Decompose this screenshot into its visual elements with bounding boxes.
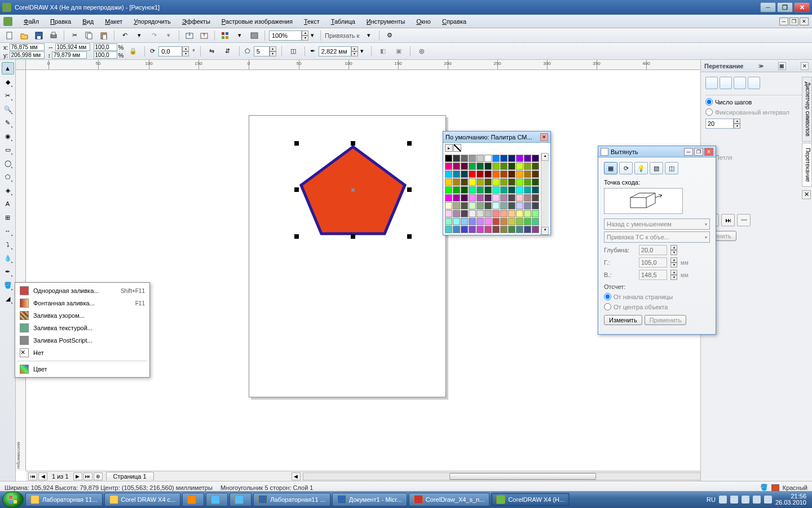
zoom-combo[interactable]: ▴▾ ▾ [269, 30, 316, 41]
tray-icon-4[interactable] [753, 496, 761, 503]
tray-clock[interactable]: 21:56 26.03.2010 [775, 493, 806, 506]
from-object-radio[interactable] [604, 303, 611, 310]
sides-input[interactable] [254, 46, 270, 56]
add-page[interactable]: ⊕ [94, 472, 103, 480]
mdi-restore[interactable]: ❐ [789, 17, 798, 25]
menu-справка[interactable]: Справка [436, 16, 472, 27]
crop-tool[interactable]: ✂ [2, 89, 14, 102]
menu-таблица[interactable]: Таблица [325, 16, 361, 27]
swatch[interactable] [500, 170, 508, 178]
wrap-text[interactable]: ◧ [377, 45, 389, 58]
color-palette-window[interactable]: По умолчанию: Палитра CM... ✕ ▸ ▴ ▾ [443, 131, 551, 235]
redo-button[interactable]: ↷ [148, 29, 160, 42]
table-tool[interactable]: ⊞ [2, 211, 14, 224]
sy-input[interactable] [94, 51, 117, 59]
swatch[interactable] [524, 218, 531, 225]
swatch[interactable] [453, 163, 460, 170]
fly-item-0[interactable]: Однородная заливка...Shift+F11 [15, 284, 149, 297]
lock-ratio[interactable]: 🔒 [127, 45, 139, 58]
eyedropper-tool[interactable]: 💧 [2, 252, 14, 264]
taskbar-item-8[interactable]: CorelDRAW X4 (H... [491, 493, 570, 506]
tray-lang[interactable]: RU [707, 496, 716, 503]
y-input[interactable] [10, 51, 45, 59]
taskbar-item-0[interactable]: Лабораторная 11... [25, 493, 103, 506]
swatch[interactable] [469, 202, 476, 209]
swatch[interactable] [508, 186, 515, 194]
rotation-input[interactable] [158, 46, 182, 56]
sx-input[interactable] [94, 43, 117, 51]
taskbar-item-4[interactable] [230, 493, 251, 506]
swatch[interactable] [524, 155, 531, 162]
paste-button[interactable] [98, 29, 110, 42]
cut-button[interactable]: ✂ [68, 29, 81, 42]
swatch[interactable] [445, 194, 452, 202]
swatch[interactable] [476, 163, 484, 170]
extrude-max[interactable]: ❐ [694, 148, 703, 156]
swatch[interactable] [500, 210, 508, 217]
swatch[interactable] [492, 163, 500, 170]
swatch[interactable] [453, 170, 460, 178]
tray-icon-2[interactable] [730, 496, 738, 503]
swatch[interactable] [484, 218, 492, 225]
swatch[interactable] [476, 155, 484, 162]
swatch[interactable] [492, 202, 500, 209]
tray-volume-icon[interactable] [764, 496, 772, 503]
steps-input[interactable] [705, 119, 734, 129]
taskbar-item-6[interactable]: Документ1 - Micr... [332, 493, 407, 506]
depth-input[interactable] [639, 245, 667, 255]
swatch[interactable] [524, 186, 531, 194]
tray-icon-1[interactable] [719, 496, 727, 503]
blend-next[interactable]: ⏭ [721, 214, 735, 226]
swatch[interactable] [492, 226, 500, 233]
mirror-v[interactable]: ⇵ [222, 45, 234, 58]
swatch[interactable] [500, 178, 508, 186]
taskbar-item-3[interactable] [206, 493, 228, 506]
fly-item-2[interactable]: Заливка узором... [15, 309, 149, 322]
start-button[interactable] [2, 492, 24, 507]
swatch[interactable] [516, 186, 523, 194]
extrude-preview[interactable] [604, 188, 683, 214]
swatch[interactable] [532, 210, 539, 217]
swatch[interactable] [532, 178, 539, 186]
swatch[interactable] [469, 163, 476, 170]
ruler-vertical[interactable]: миллиметры [16, 70, 26, 471]
open-button[interactable] [18, 29, 30, 42]
tray-icon-3[interactable] [742, 496, 749, 503]
fixed-radio[interactable] [705, 108, 713, 116]
swatch[interactable] [476, 210, 484, 217]
export-button[interactable] [198, 29, 210, 42]
swatch[interactable] [524, 226, 531, 233]
blend-steps-tab[interactable] [705, 77, 718, 89]
swatch[interactable] [508, 178, 515, 186]
swatch[interactable] [484, 163, 492, 170]
swatch[interactable] [476, 226, 484, 233]
swatch[interactable] [476, 178, 484, 186]
menu-инструменты[interactable]: Инструменты [361, 16, 411, 27]
welcome-button[interactable] [248, 29, 261, 42]
menu-окно[interactable]: Окно [411, 16, 436, 27]
smart-fill-tool[interactable]: ◉ [2, 130, 14, 142]
swatch[interactable] [532, 170, 539, 178]
menu-вид[interactable]: Вид [77, 16, 99, 27]
ruler-horizontal[interactable]: 050100150050100150200250300350400 миллим… [26, 60, 812, 70]
palette-titlebar[interactable]: По умолчанию: Палитра CM... ✕ [443, 132, 550, 143]
maximize-button[interactable]: ❐ [777, 2, 793, 12]
first-page[interactable]: ⏮ [28, 472, 37, 480]
swatch[interactable] [461, 186, 468, 194]
swatch[interactable] [484, 226, 492, 233]
swatch[interactable] [508, 202, 515, 209]
extrude-titlebar[interactable]: Вытянуть ─ ❐ ✕ [598, 146, 716, 157]
swatch[interactable] [469, 218, 476, 225]
swatch[interactable] [484, 194, 492, 202]
swatch[interactable] [461, 178, 468, 186]
swatch[interactable] [453, 210, 460, 217]
swatch[interactable] [532, 226, 539, 233]
swatch[interactable] [500, 186, 508, 194]
swatch[interactable] [461, 155, 468, 162]
basic-shapes-tool[interactable]: ◈ [2, 184, 14, 196]
ruler-origin[interactable] [16, 60, 26, 70]
h-input[interactable] [52, 51, 87, 59]
fly-color[interactable]: Цвет [15, 363, 149, 375]
swatch[interactable] [508, 163, 515, 170]
extrude-tab-light[interactable]: 💡 [634, 162, 648, 174]
